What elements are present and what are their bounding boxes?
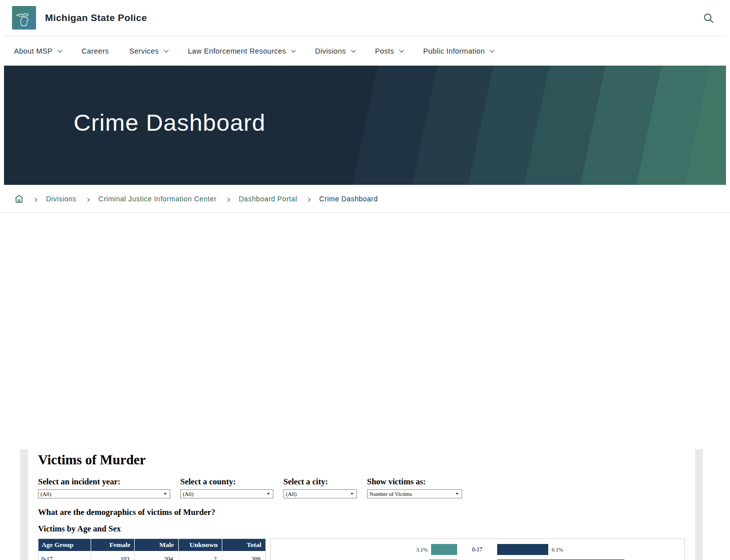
filter-selected-value: (All)	[183, 491, 193, 497]
filter-row: Select an incident year:(All)Select a co…	[38, 477, 689, 498]
nav-item-law-enforcement-resources[interactable]: Law Enforcement Resources	[188, 47, 294, 55]
breadcrumb-current: Crime Dashboard	[319, 195, 378, 203]
page: Michigan State Police About MSPCareersSe…	[0, 0, 730, 560]
filter-select-show-victims-as[interactable]: Number of Victims	[367, 489, 462, 498]
chevron-down-icon	[164, 48, 169, 53]
column-header-unknown: Unknown	[178, 539, 222, 551]
cell-value: 103	[91, 551, 135, 560]
male-value-label: 6.1%	[552, 546, 563, 552]
viz-subtitle: Victims by Age and Sex	[38, 524, 689, 533]
filter-select-select-an-incident-year[interactable]: (All)	[38, 489, 170, 498]
nav-item-careers[interactable]: Careers	[82, 47, 109, 55]
chevron-right-icon	[33, 197, 37, 201]
breadcrumb-link-divisions[interactable]: Divisions	[46, 195, 77, 203]
home-icon	[14, 194, 24, 204]
filter-selected-value: (All)	[286, 491, 296, 497]
filter-label: Select a county:	[180, 477, 278, 486]
dashboard-content: Victims of Murder Select an incident yea…	[38, 452, 689, 560]
chart-row-18-24: 3.4%18-2415.2%	[271, 557, 684, 560]
dashboard-scrollbar-left[interactable]	[20, 449, 28, 560]
cell-value: 309	[222, 551, 265, 560]
primary-nav: About MSPCareersServicesLaw Enforcement …	[0, 36, 730, 66]
nav-item-label: About MSP	[14, 47, 53, 55]
cell-value: 2	[178, 551, 222, 560]
female-value-label: 3.1%	[416, 546, 428, 552]
nav-item-about-msp[interactable]: About MSP	[14, 47, 61, 55]
search-icon	[702, 12, 714, 24]
chart-row-0-17: 3.1%0-176.1%	[271, 542, 684, 557]
breadcrumb-link-dashboard-portal[interactable]: Dashboard Portal	[239, 195, 297, 203]
chevron-right-icon	[225, 197, 229, 201]
dashboard-scrollbar-right[interactable]	[695, 449, 703, 560]
breadcrumb-link-criminal-justice-information-center[interactable]: Criminal Justice Information Center	[99, 195, 217, 203]
nav-item-label: Posts	[375, 47, 394, 55]
male-zone: 6.1%	[497, 544, 684, 555]
nav-item-label: Careers	[82, 47, 109, 55]
nav-item-label: Public Information	[423, 47, 485, 55]
dropdown-arrow-icon	[267, 493, 270, 495]
chevron-down-icon	[399, 48, 404, 53]
breadcrumb-home-link[interactable]	[14, 194, 24, 204]
michigan-state-logo[interactable]	[12, 6, 36, 30]
column-header-age-group: Age Group	[39, 539, 91, 551]
cell-age-group: 0-17	[39, 551, 91, 560]
table-header-row: Age GroupFemaleMaleUnknownTotal	[39, 539, 266, 551]
chevron-down-icon	[490, 48, 495, 53]
filter-selected-value: (All)	[41, 491, 51, 497]
category-label: 0-17	[457, 546, 497, 552]
chevron-right-icon	[85, 197, 89, 201]
victims-table: Age GroupFemaleMaleUnknownTotal 0-171032…	[38, 538, 266, 560]
male-bar-0-17[interactable]	[497, 544, 548, 555]
filter-select-an-incident-year: Select an incident year:(All)	[38, 477, 175, 498]
search-button[interactable]	[701, 11, 716, 26]
filter-select-select-a-county[interactable]: (All)	[180, 489, 273, 498]
filter-label: Select a city:	[283, 477, 362, 486]
nav-item-posts[interactable]: Posts	[375, 47, 403, 55]
michigan-outline-icon	[15, 9, 34, 28]
cell-value: 204	[135, 551, 178, 560]
column-header-female: Female	[91, 539, 135, 551]
nav-item-public-information[interactable]: Public Information	[423, 47, 493, 55]
column-header-total: Total	[222, 539, 265, 551]
column-header-male: Male	[135, 539, 178, 551]
dropdown-arrow-icon	[350, 493, 353, 495]
viz-row: Age GroupFemaleMaleUnknownTotal 0-171032…	[38, 538, 689, 560]
filter-select-select-a-city[interactable]: (All)	[283, 489, 357, 498]
table-row[interactable]: 0-171032042309	[39, 551, 266, 560]
filter-select-a-city: Select a city:(All)	[283, 477, 362, 498]
chevron-right-icon	[306, 197, 310, 201]
chevron-down-icon	[291, 48, 296, 53]
demographics-question: What are the demographics of victims of …	[38, 507, 689, 517]
breadcrumb: DivisionsCriminal Justice Information Ce…	[14, 194, 378, 204]
nav-item-label: Services	[129, 47, 159, 55]
nav-item-label: Law Enforcement Resources	[188, 47, 286, 55]
dashboard-title: Victims of Murder	[38, 452, 689, 467]
butterfly-chart: 3.1%0-176.1%3.4%18-2415.2%2.9%25-2911.6%…	[270, 538, 685, 560]
hero-banner: Crime Dashboard	[4, 66, 726, 185]
nav-item-divisions[interactable]: Divisions	[315, 47, 354, 55]
page-title: Crime Dashboard	[74, 109, 265, 136]
site-title: Michigan State Police	[45, 13, 147, 24]
chevron-down-icon	[58, 48, 63, 53]
breadcrumb-bar: DivisionsCriminal Justice Information Ce…	[0, 185, 730, 213]
dropdown-arrow-icon	[164, 493, 167, 495]
filter-select-a-county: Select a county:(All)	[180, 477, 278, 498]
site-header: Michigan State Police	[0, 0, 730, 36]
nav-item-label: Divisions	[315, 47, 346, 55]
female-bar-0-17[interactable]	[431, 544, 457, 555]
nav-item-services[interactable]: Services	[129, 47, 167, 55]
filter-selected-value: Number of Victims	[370, 491, 412, 497]
filter-label: Show victims as:	[367, 477, 467, 486]
filter-show-victims-as: Show victims as:Number of Victims	[367, 477, 467, 498]
filter-label: Select an incident year:	[38, 477, 175, 486]
female-zone: 3.1%	[271, 544, 457, 555]
dropdown-arrow-icon	[456, 493, 459, 495]
chevron-down-icon	[351, 48, 356, 53]
